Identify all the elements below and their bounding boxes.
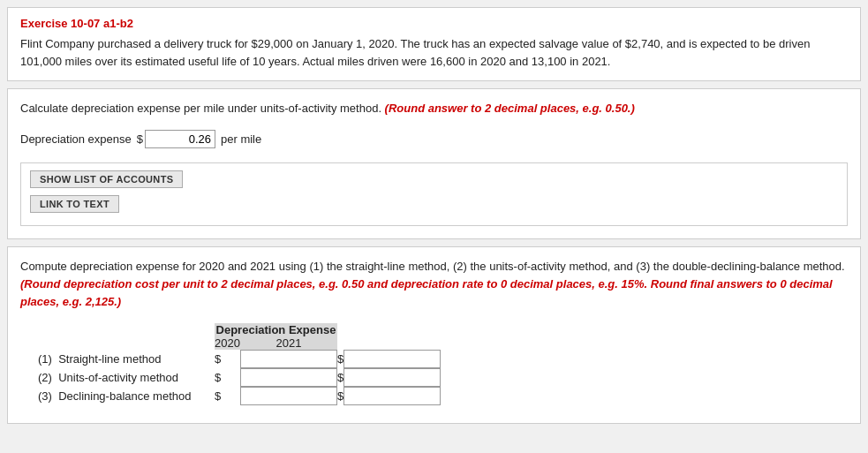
dollar-cell-3-2020: $ [215, 387, 240, 405]
input-units-2021[interactable] [343, 368, 441, 387]
instruction-plain: Calculate depreciation expense per mile … [20, 102, 385, 115]
input-cell-1-2020 [240, 350, 337, 368]
table-year-2021: 2021 [240, 336, 337, 350]
depreciation-table: Depreciation Expense 2020 2021 (1) Strai… [38, 323, 441, 405]
input-cell-1-2021 [343, 350, 441, 368]
table-year-2020: 2020 [215, 336, 240, 350]
instruction-italic: (Round answer to 2 decimal places, e.g. … [385, 102, 635, 115]
method-number-1: (1) [38, 352, 58, 366]
per-mile-text: per mile [221, 132, 261, 146]
input-cell-2-2020 [240, 368, 337, 387]
part-b-instruction-italic: (Round depreciation cost per unit to 2 d… [20, 277, 833, 308]
table-row: (2) Units-of-activity method $ $ [38, 368, 441, 387]
table-col-label-subheader [38, 336, 215, 350]
table-header-main: Depreciation Expense [215, 323, 337, 336]
input-cell-2-2021 [343, 368, 441, 387]
page-wrapper: Exercise 10-07 a1-b2 Flint Company purch… [0, 0, 868, 453]
table-col-label-header [38, 323, 215, 336]
exercise-title: Exercise 10-07 a1-b2 [20, 17, 848, 30]
problem-text: Flint Company purchased a delivery truck… [20, 35, 848, 70]
method-label-cell-3: (3) Declining-balance method [38, 387, 215, 405]
dollar-cell-1-2020: $ [215, 350, 240, 368]
method-label-cell-1: (1) Straight-line method [38, 350, 215, 368]
method-label-2: Units-of-activity method [58, 371, 178, 384]
method-label-cell-2: (2) Units-of-activity method [38, 368, 215, 387]
part-b-instruction: Compute depreciation expense for 2020 an… [20, 258, 848, 311]
middle-section: Calculate depreciation expense per mile … [7, 88, 861, 239]
dep-expense-row: Depreciation expense $ per mile [20, 130, 848, 148]
method-number-2: (2) [38, 371, 58, 384]
dollar-cell-1-2021: $ [337, 350, 343, 368]
method-label-1: Straight-line method [58, 352, 161, 366]
dollar-cell-2-2021: $ [337, 368, 343, 387]
bottom-section: Compute depreciation expense for 2020 an… [7, 246, 861, 424]
dollar-sign-a: $ [137, 132, 143, 146]
input-cell-3-2020 [240, 387, 337, 405]
part-b-instruction-plain: Compute depreciation expense for 2020 an… [20, 260, 845, 273]
dep-expense-input[interactable] [145, 130, 215, 148]
dollar-cell-3-2021: $ [337, 387, 343, 405]
input-declining-2021[interactable] [343, 387, 441, 405]
method-number-3: (3) [38, 389, 58, 403]
input-straight-2020[interactable] [240, 350, 337, 368]
show-list-button[interactable]: SHOW LIST OF ACCOUNTS [30, 170, 183, 188]
input-declining-2020[interactable] [240, 387, 337, 405]
input-straight-2021[interactable] [343, 350, 441, 368]
dep-expense-label: Depreciation expense [20, 132, 132, 146]
link-to-text-button[interactable]: LINK TO TEXT [30, 195, 119, 213]
method-label-3: Declining-balance method [58, 389, 191, 403]
dep-table-wrapper: Depreciation Expense 2020 2021 (1) Strai… [38, 323, 848, 405]
table-row: (1) Straight-line method $ $ [38, 350, 441, 368]
part-a-instruction: Calculate depreciation expense per mile … [20, 100, 848, 117]
buttons-area: SHOW LIST OF ACCOUNTS LINK TO TEXT [20, 162, 848, 226]
input-cell-3-2021 [343, 387, 441, 405]
dollar-cell-2-2020: $ [215, 368, 240, 387]
table-row: (3) Declining-balance method $ $ [38, 387, 441, 405]
top-section: Exercise 10-07 a1-b2 Flint Company purch… [7, 7, 861, 81]
input-units-2020[interactable] [240, 368, 337, 387]
